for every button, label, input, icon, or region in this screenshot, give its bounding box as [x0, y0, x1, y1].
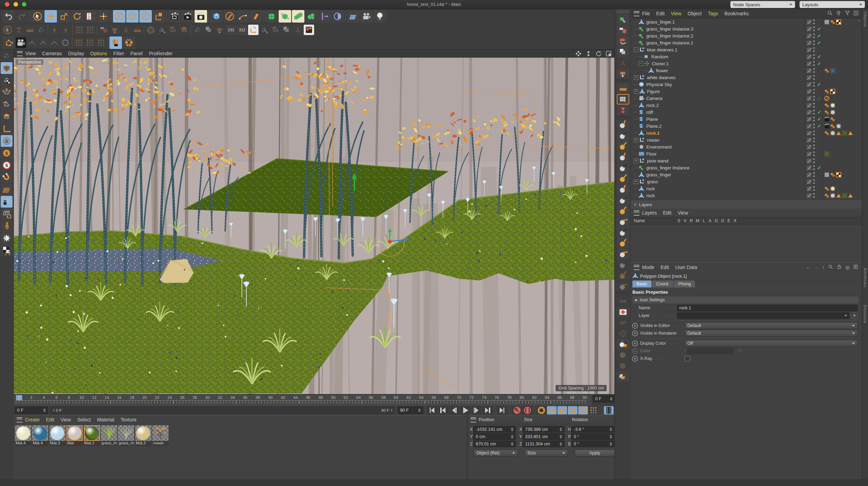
- menu-item-tags[interactable]: Tags: [708, 11, 718, 16]
- menu-item-edit[interactable]: Edit: [663, 210, 671, 216]
- modeling-tool-11[interactable]: [99, 25, 109, 35]
- blob-brush[interactable]: [617, 227, 629, 238]
- spline-arc-tool[interactable]: [237, 10, 249, 23]
- polygon-mode[interactable]: [1, 111, 13, 123]
- name-input[interactable]: rock.1: [677, 305, 858, 311]
- enabled-check-icon[interactable]: ✓: [817, 117, 821, 122]
- expand-icon[interactable]: +: [634, 138, 638, 142]
- menu-item-create[interactable]: Create: [25, 417, 40, 422]
- enabled-check-icon[interactable]: ✓: [817, 54, 821, 59]
- menu-item-options[interactable]: Options: [90, 51, 107, 56]
- erase-brush[interactable]: [617, 260, 629, 270]
- attributes-menu-icon[interactable]: [634, 265, 639, 270]
- aperture-button[interactable]: [123, 36, 135, 49]
- icon-settings-group[interactable]: ▶Icon Settings: [632, 296, 858, 303]
- autokeying-button[interactable]: [523, 406, 532, 414]
- point-weight-dots-2[interactable]: [96, 37, 106, 48]
- go-to-end-button[interactable]: [497, 406, 507, 414]
- point-weight-dots-0[interactable]: [74, 37, 84, 48]
- move-tool[interactable]: [44, 10, 57, 23]
- coordinate-system-toggle[interactable]: [153, 10, 165, 23]
- visible-in-editor-dropdown[interactable]: Default: [685, 322, 858, 329]
- wave-brush[interactable]: [617, 217, 629, 227]
- position-z-field[interactable]: 670.01 cm: [473, 441, 516, 447]
- render-picture-viewer-button[interactable]: [181, 10, 194, 23]
- object-row[interactable]: Environment: [631, 143, 862, 150]
- visibility-dots[interactable]: [813, 172, 815, 177]
- visibility-dots[interactable]: [813, 186, 815, 191]
- menu-item-view[interactable]: View: [671, 11, 681, 16]
- object-row[interactable]: grass_finger.1: [631, 18, 862, 25]
- record-keyframe-button[interactable]: [512, 406, 522, 414]
- modeling-tool-2[interactable]: [25, 25, 35, 35]
- modeling-tool-5[interactable]: [49, 25, 60, 35]
- layer-swatch[interactable]: [807, 61, 811, 66]
- object-row[interactable]: rock: [631, 192, 862, 199]
- modeling-tool-14[interactable]: [132, 25, 142, 35]
- spline-smooth-b[interactable]: [38, 37, 48, 48]
- key-position-button[interactable]: [547, 406, 557, 414]
- pinch-brush[interactable]: [617, 174, 629, 184]
- object-row[interactable]: rock.2: [631, 102, 862, 109]
- menu-item-texture[interactable]: Texture: [121, 417, 137, 422]
- projection-tool[interactable]: [617, 307, 629, 317]
- menu-item-edit[interactable]: Edit: [656, 11, 665, 16]
- key-pla-button[interactable]: [589, 406, 598, 414]
- spread-brush[interactable]: [617, 206, 629, 216]
- modeling-tool-3[interactable]: [617, 47, 629, 57]
- render-view-button[interactable]: [168, 10, 181, 23]
- modeling-extra-3[interactable]: [293, 25, 303, 35]
- modeling-tool-6[interactable]: [60, 25, 71, 35]
- walkthrough-mode[interactable]: [1, 220, 13, 232]
- object-row[interactable]: rock.1: [631, 129, 862, 136]
- object-row[interactable]: Plane.2✓: [631, 123, 862, 129]
- coordinates-menu-icon[interactable]: [470, 417, 476, 422]
- size-y-field[interactable]: 333.801 cm: [523, 433, 565, 440]
- rotation-b-field[interactable]: 0 °: [571, 441, 615, 447]
- layer-swatch[interactable]: [807, 152, 811, 156]
- modeling-extra-1[interactable]: [270, 25, 281, 35]
- sketch-tool[interactable]: [250, 10, 262, 23]
- object-name[interactable]: grass_finger Instance: [646, 165, 689, 170]
- visibility-dots[interactable]: [813, 193, 815, 198]
- object-name[interactable]: grass_finger Instance.3: [646, 26, 693, 32]
- object-name[interactable]: Cloner.1: [652, 61, 669, 66]
- menu-item-filter[interactable]: Filter: [113, 51, 124, 56]
- visibility-dots[interactable]: [813, 158, 815, 163]
- layer-swatch[interactable]: [807, 89, 811, 94]
- expand-icon[interactable]: +: [634, 159, 638, 163]
- size-mode-dropdown[interactable]: Size: [525, 450, 568, 456]
- target-tool[interactable]: [617, 328, 629, 339]
- tag-list[interactable]: [823, 68, 862, 73]
- visibility-dots[interactable]: [813, 47, 815, 52]
- position-mode-dropdown[interactable]: Object (Rel): [474, 450, 518, 456]
- back-icon[interactable]: ←: [806, 265, 811, 270]
- object-name[interactable]: Environment: [646, 144, 672, 150]
- object-name[interactable]: Floor: [646, 151, 657, 157]
- enabled-check-icon[interactable]: ✓: [817, 26, 821, 32]
- modeling-tool-1[interactable]: [14, 25, 24, 35]
- menu-item-file[interactable]: File: [642, 11, 650, 16]
- enabled-check-icon[interactable]: ✓: [817, 61, 821, 66]
- bake-tool[interactable]: [617, 318, 629, 328]
- apply-button[interactable]: Apply: [575, 450, 615, 456]
- object-name[interactable]: pixie wand: [647, 158, 668, 164]
- collapse-icon[interactable]: −: [634, 48, 638, 52]
- camera-morph-button[interactable]: [109, 36, 122, 49]
- tag-list[interactable]: [823, 131, 862, 136]
- enabled-check-icon[interactable]: ✓: [817, 124, 821, 129]
- up-icon[interactable]: ↑: [822, 265, 825, 270]
- menu-item-panel[interactable]: Panel: [130, 51, 143, 56]
- visibility-dots[interactable]: [813, 89, 815, 94]
- object-name[interactable]: white dwarves: [647, 75, 675, 80]
- layer-swatch[interactable]: [807, 145, 811, 149]
- position-y-field[interactable]: 0 cm: [473, 433, 516, 440]
- target-icon[interactable]: ◎: [845, 265, 850, 270]
- timeline-window-button[interactable]: [604, 406, 614, 414]
- modeling-tool-3[interactable]: [36, 25, 46, 35]
- layer-swatch[interactable]: [807, 48, 811, 52]
- layer-swatch[interactable]: [807, 110, 811, 115]
- object-manager-menu-icon[interactable]: [634, 11, 639, 16]
- menu-item-user-data[interactable]: User Data: [675, 265, 697, 270]
- object-name[interactable]: flower: [656, 68, 668, 73]
